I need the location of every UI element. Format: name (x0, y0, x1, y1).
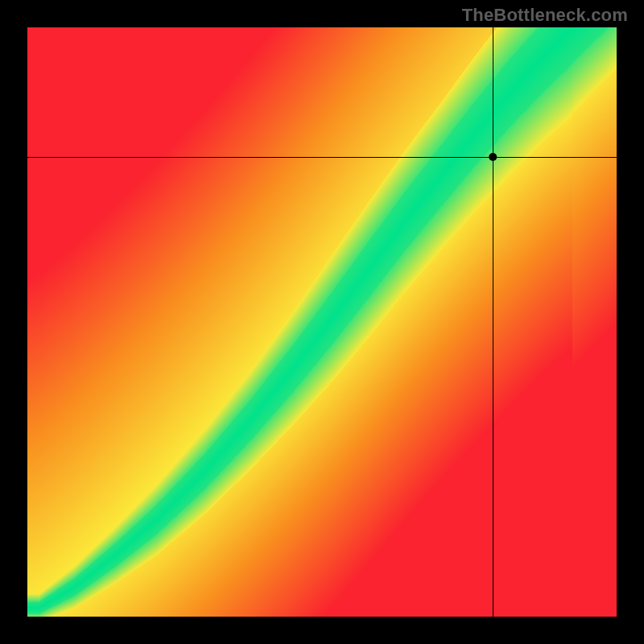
chart-frame: TheBottleneck.com (0, 0, 644, 644)
heatmap-plot (27, 27, 617, 617)
watermark-text: TheBottleneck.com (462, 5, 628, 26)
heatmap-canvas (27, 27, 617, 617)
